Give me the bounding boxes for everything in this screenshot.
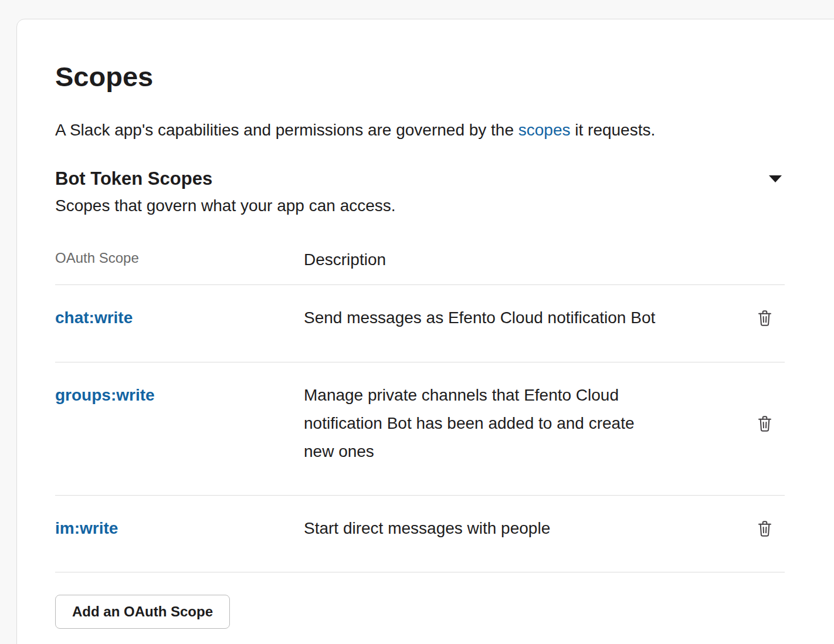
scopes-card: Scopes A Slack app's capabilities and pe… [16,19,834,644]
intro-text: A Slack app's capabilities and permissio… [55,118,785,141]
page-title: Scopes [55,60,785,93]
scope-description: Manage private channels that Efento Clou… [304,381,663,466]
scopes-link[interactable]: scopes [518,121,571,139]
trash-icon [755,427,774,436]
delete-scope-button[interactable] [755,518,774,539]
delete-scope-button[interactable] [755,413,774,434]
oauth-scopes-table: OAuth Scope Description chat:write Send … [55,246,785,572]
scope-link-chat-write[interactable]: chat:write [55,309,133,327]
intro-text-before: A Slack app's capabilities and permissio… [55,121,518,139]
delete-scope-button[interactable] [755,307,774,328]
table-row: groups:write Manage private channels tha… [55,362,785,496]
add-oauth-scope-button[interactable]: Add an OAuth Scope [55,595,230,629]
scope-link-groups-write[interactable]: groups:write [55,386,155,404]
intro-text-after: it requests. [571,121,656,139]
scope-description: Start direct messages with people [304,514,663,543]
table-row: im:write Start direct messages with peop… [55,496,785,572]
section-title: Bot Token Scopes [55,168,212,189]
scopes-content: Scopes A Slack app's capabilities and pe… [17,19,834,629]
scope-description: Send messages as Efento Cloud notificati… [304,304,663,332]
column-header-description: Description [304,246,663,274]
trash-icon [755,321,774,330]
table-row: chat:write Send messages as Efento Cloud… [55,285,785,362]
scope-link-im-write[interactable]: im:write [55,519,118,537]
trash-icon [755,532,774,541]
section-collapse-button[interactable] [766,172,785,185]
bot-token-scopes-header: Bot Token Scopes [55,168,785,189]
table-header-row: OAuth Scope Description [55,246,785,285]
column-header-oauth-scope: OAuth Scope [55,246,304,274]
section-subtitle: Scopes that govern what your app can acc… [55,196,785,215]
chevron-down-icon [768,176,782,185]
